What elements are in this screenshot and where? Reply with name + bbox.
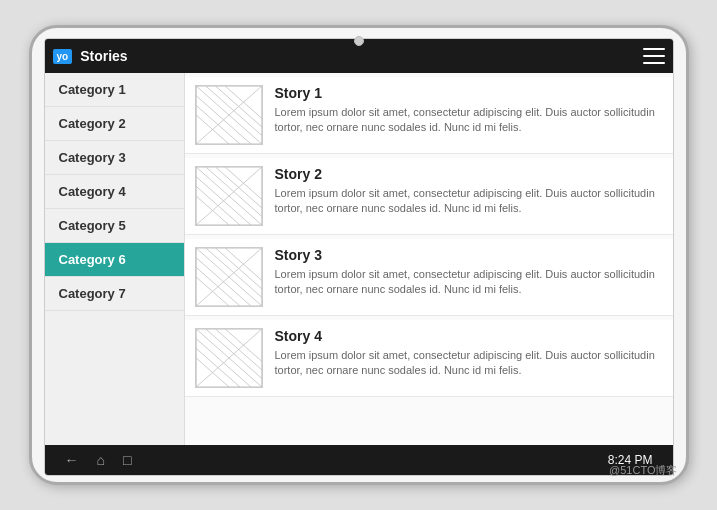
svg-line-13 (196, 196, 262, 225)
svg-line-2 (196, 96, 262, 144)
story-thumbnail-3 (195, 247, 263, 307)
sidebar: Category 1 Category 2 Category 3 Categor… (45, 73, 185, 445)
story-desc-3: Lorem ipsum dolor sit amet, consectetur … (275, 267, 663, 298)
story-thumbnail-1 (195, 85, 263, 145)
sidebar-item-cat2[interactable]: Category 2 (45, 107, 184, 141)
svg-line-20 (196, 258, 262, 306)
story-item-3[interactable]: Story 3 Lorem ipsum dolor sit amet, cons… (185, 239, 673, 316)
nav-buttons: ← ⌂ □ (65, 452, 132, 468)
sidebar-item-cat5[interactable]: Category 5 (45, 209, 184, 243)
svg-line-31 (196, 358, 262, 387)
hamburger-line-2 (643, 55, 665, 57)
hamburger-line-3 (643, 62, 665, 64)
story-desc-4: Lorem ipsum dolor sit amet, consectetur … (275, 348, 663, 379)
tablet-frame: yo Stories Category 1 Category 2 Categor… (29, 25, 689, 485)
app-logo: yo (53, 49, 73, 64)
tablet-camera (354, 36, 364, 46)
svg-line-11 (196, 177, 262, 225)
tablet-screen: yo Stories Category 1 Category 2 Categor… (44, 38, 674, 476)
story-title-2: Story 2 (275, 166, 663, 182)
app-title: Stories (80, 48, 127, 64)
svg-line-22 (196, 277, 262, 306)
hamburger-line-1 (643, 48, 665, 50)
svg-line-14 (205, 167, 261, 225)
svg-line-23 (205, 248, 261, 306)
story-title-4: Story 4 (275, 328, 663, 344)
story-content-1: Story 1 Lorem ipsum dolor sit amet, cons… (275, 85, 663, 136)
story-content-3: Story 3 Lorem ipsum dolor sit amet, cons… (275, 247, 663, 298)
bottom-bar: ← ⌂ □ 8:24 PM (45, 445, 673, 475)
story-desc-1: Lorem ipsum dolor sit amet, consectetur … (275, 105, 663, 136)
sidebar-item-cat7[interactable]: Category 7 (45, 277, 184, 311)
recent-button[interactable]: □ (123, 452, 131, 468)
story-list: Story 1 Lorem ipsum dolor sit amet, cons… (185, 73, 673, 445)
svg-line-4 (196, 115, 262, 144)
sidebar-item-cat1[interactable]: Category 1 (45, 73, 184, 107)
hamburger-menu-icon[interactable] (643, 48, 665, 64)
watermark: @51CTO博客 (609, 463, 677, 478)
story-content-2: Story 2 Lorem ipsum dolor sit amet, cons… (275, 166, 663, 217)
svg-line-29 (196, 339, 262, 387)
header-left: yo Stories (53, 48, 128, 64)
story-desc-2: Lorem ipsum dolor sit amet, consectetur … (275, 186, 663, 217)
story-item-4[interactable]: Story 4 Lorem ipsum dolor sit amet, cons… (185, 320, 673, 397)
story-content-4: Story 4 Lorem ipsum dolor sit amet, cons… (275, 328, 663, 379)
sidebar-item-cat4[interactable]: Category 4 (45, 175, 184, 209)
story-thumbnail-2 (195, 166, 263, 226)
sidebar-item-cat3[interactable]: Category 3 (45, 141, 184, 175)
app-body: Category 1 Category 2 Category 3 Categor… (45, 73, 673, 445)
sidebar-item-cat6[interactable]: Category 6 (45, 243, 184, 277)
story-thumbnail-4 (195, 328, 263, 388)
story-item-2[interactable]: Story 2 Lorem ipsum dolor sit amet, cons… (185, 158, 673, 235)
back-button[interactable]: ← (65, 452, 79, 468)
svg-line-5 (205, 86, 261, 144)
story-title-1: Story 1 (275, 85, 663, 101)
story-item-1[interactable]: Story 1 Lorem ipsum dolor sit amet, cons… (185, 77, 673, 154)
svg-line-32 (205, 329, 261, 387)
home-button[interactable]: ⌂ (97, 452, 105, 468)
story-title-3: Story 3 (275, 247, 663, 263)
